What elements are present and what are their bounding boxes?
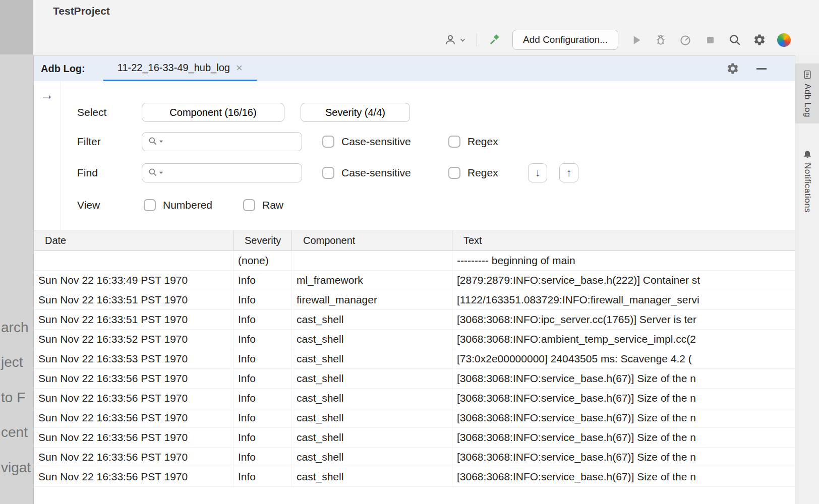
find-previous-button[interactable]: ↑ xyxy=(559,163,578,182)
ai-assistant-icon[interactable] xyxy=(777,33,791,47)
table-row[interactable]: Sun Nov 22 16:33:56 PST 1970 Info cast_s… xyxy=(34,467,795,487)
checkbox-icon xyxy=(322,136,334,148)
cell-component xyxy=(292,251,452,270)
stop-icon[interactable] xyxy=(703,33,717,47)
cell-severity: Info xyxy=(233,290,292,309)
cell-text: [3068:3068:INFO:service_base.h(67)] Size… xyxy=(452,369,795,388)
cell-component: cast_shell xyxy=(292,310,452,329)
build-hammer-icon[interactable] xyxy=(488,33,502,47)
find-regex-checkbox[interactable]: Regex xyxy=(448,163,498,182)
column-header-date[interactable]: Date xyxy=(34,230,233,250)
numbered-checkbox[interactable]: Numbered xyxy=(144,196,212,215)
panel-header: Adb Log: 11-22_16-33-49_hub_log × xyxy=(34,56,795,81)
table-header: Date Severity Component Text xyxy=(34,230,795,251)
log-document-icon xyxy=(802,70,812,80)
select-label: Select xyxy=(77,103,106,122)
table-row[interactable]: Sun Nov 22 16:33:56 PST 1970 Info cast_s… xyxy=(34,428,795,448)
filter-form: Select Component (16/16) Severity (4/4) … xyxy=(61,81,795,230)
background-text-fragment: ject xyxy=(1,354,23,370)
settings-gear-icon[interactable] xyxy=(752,33,767,47)
table-row[interactable]: Sun Nov 22 16:33:51 PST 1970 Info firewa… xyxy=(34,290,795,310)
cell-component: cast_shell xyxy=(292,349,452,368)
cell-text: [3068:3068:INFO:ambient_temp_service_imp… xyxy=(452,330,795,349)
cell-component: cast_shell xyxy=(292,467,452,486)
table-row[interactable]: (none) --------- beginning of main xyxy=(34,251,795,271)
cell-date: Sun Nov 22 16:33:56 PST 1970 xyxy=(34,389,233,408)
raw-checkbox[interactable]: Raw xyxy=(243,196,283,215)
minimize-icon[interactable] xyxy=(756,68,767,70)
cell-severity: Info xyxy=(233,349,292,368)
cell-date: Sun Nov 22 16:33:51 PST 1970 xyxy=(34,310,233,329)
cell-date: Sun Nov 22 16:33:56 PST 1970 xyxy=(34,369,233,388)
stripe-tab-notifications[interactable]: Notifications xyxy=(795,143,819,219)
stripe-tab-adb-log[interactable]: Adb Log xyxy=(795,64,819,123)
log-file-tab[interactable]: 11-22_16-33-49_hub_log × xyxy=(103,56,257,81)
filter-case-sensitive-checkbox[interactable]: Case-sensitive xyxy=(322,132,411,151)
cell-date xyxy=(34,251,233,270)
add-configuration-button[interactable]: Add Configuration... xyxy=(512,30,618,50)
column-header-text[interactable]: Text xyxy=(452,230,795,250)
find-case-sensitive-checkbox[interactable]: Case-sensitive xyxy=(322,163,411,182)
panel-settings-gear-icon[interactable] xyxy=(726,62,739,75)
filter-regex-checkbox[interactable]: Regex xyxy=(448,132,498,151)
table-row[interactable]: Sun Nov 22 16:33:56 PST 1970 Info cast_s… xyxy=(34,408,795,428)
cell-component: cast_shell xyxy=(292,369,452,388)
find-input[interactable] xyxy=(142,163,302,182)
filter-row: Filter Case-sensitive Rege xyxy=(61,132,795,151)
filter-label: Filter xyxy=(77,132,101,151)
filter-input[interactable] xyxy=(142,132,302,151)
user-icon xyxy=(443,33,457,47)
collapse-filters-arrow-icon[interactable]: → xyxy=(41,88,54,230)
cell-text: --------- beginning of main xyxy=(452,251,795,270)
right-tool-window-stripe: Adb Log Notifications xyxy=(795,55,819,504)
background-fragments: archjectto Fcentvigat xyxy=(0,0,33,504)
column-header-severity[interactable]: Severity xyxy=(233,230,292,250)
log-tab-label: 11-22_16-33-49_hub_log xyxy=(118,62,230,74)
find-row: Find Case-sensitive Regex xyxy=(61,163,795,182)
cell-severity: Info xyxy=(233,310,292,329)
cell-component: ml_framework xyxy=(292,271,452,290)
close-icon[interactable]: × xyxy=(236,62,243,74)
table-row[interactable]: Sun Nov 22 16:33:56 PST 1970 Info cast_s… xyxy=(34,448,795,467)
background-text-fragment: arch xyxy=(1,320,28,336)
profiler-icon[interactable] xyxy=(678,33,692,47)
cell-component: cast_shell xyxy=(292,330,452,349)
table-row[interactable]: Sun Nov 22 16:33:51 PST 1970 Info cast_s… xyxy=(34,310,795,330)
cell-text: [2879:2879:INFO:service_base.h(222)] Con… xyxy=(452,271,795,290)
cell-date: Sun Nov 22 16:33:49 PST 1970 xyxy=(34,271,233,290)
cell-severity: Info xyxy=(233,408,292,427)
table-row[interactable]: Sun Nov 22 16:33:56 PST 1970 Info cast_s… xyxy=(34,389,795,408)
search-icon[interactable] xyxy=(728,33,742,47)
screen: archjectto Fcentvigat TestProject Add Co… xyxy=(0,0,819,504)
checkbox-icon xyxy=(448,167,460,179)
cell-severity: Info xyxy=(233,389,292,408)
regex-label: Regex xyxy=(467,167,498,179)
cell-text: [1122/163351.083729:INFO:firewall_manage… xyxy=(452,290,795,309)
cell-date: Sun Nov 22 16:33:56 PST 1970 xyxy=(34,448,233,467)
chevron-down-icon xyxy=(459,37,466,43)
log-table-body: (none) --------- beginning of main Sun N… xyxy=(34,251,795,487)
regex-label: Regex xyxy=(467,136,498,148)
table-row[interactable]: Sun Nov 22 16:33:56 PST 1970 Info cast_s… xyxy=(34,369,795,389)
cell-component: cast_shell xyxy=(292,448,452,467)
find-next-button[interactable]: ↓ xyxy=(528,163,547,182)
cell-component: cast_shell xyxy=(292,389,452,408)
run-icon[interactable] xyxy=(629,33,643,47)
view-label: View xyxy=(77,196,100,215)
table-row[interactable]: Sun Nov 22 16:33:49 PST 1970 Info ml_fra… xyxy=(34,271,795,290)
severity-filter-button[interactable]: Severity (4/4) xyxy=(301,103,410,122)
find-label: Find xyxy=(77,163,98,182)
log-table: Date Severity Component Text (none) ----… xyxy=(34,230,795,487)
table-row[interactable]: Sun Nov 22 16:33:52 PST 1970 Info cast_s… xyxy=(34,330,795,349)
select-row: Select Component (16/16) Severity (4/4) xyxy=(61,103,795,122)
user-profile-button[interactable] xyxy=(443,33,466,47)
filter-gutter: → xyxy=(34,81,61,230)
component-filter-button[interactable]: Component (16/16) xyxy=(142,103,284,122)
debug-bug-icon[interactable] xyxy=(654,33,668,47)
table-row[interactable]: Sun Nov 22 16:33:53 PST 1970 Info cast_s… xyxy=(34,349,795,369)
cell-text: [3068:3068:INFO:service_base.h(67)] Size… xyxy=(452,467,795,486)
adb-log-panel: Adb Log: 11-22_16-33-49_hub_log × → Sele… xyxy=(33,55,795,504)
cell-text: [3068:3068:INFO:ipc_server.cc(1765)] Ser… xyxy=(452,310,795,329)
cell-date: Sun Nov 22 16:33:56 PST 1970 xyxy=(34,408,233,427)
column-header-component[interactable]: Component xyxy=(292,230,452,250)
